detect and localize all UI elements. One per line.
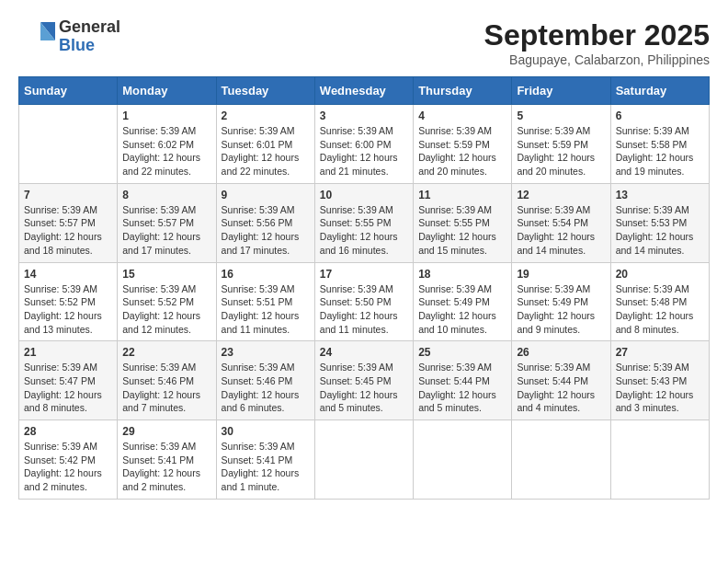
calendar-cell: 16Sunrise: 5:39 AM Sunset: 5:51 PM Dayli… (216, 262, 314, 341)
day-number: 16 (222, 268, 310, 281)
day-number: 19 (517, 268, 605, 281)
calendar-cell: 14Sunrise: 5:39 AM Sunset: 5:52 PM Dayli… (19, 262, 118, 341)
column-header-tuesday: Tuesday (216, 77, 314, 105)
day-number: 20 (616, 268, 704, 281)
day-details: Sunrise: 5:39 AM Sunset: 5:57 PM Dayligh… (24, 203, 112, 258)
day-details: Sunrise: 5:39 AM Sunset: 5:52 PM Dayligh… (122, 282, 210, 337)
day-details: Sunrise: 5:39 AM Sunset: 5:59 PM Dayligh… (418, 124, 506, 178)
day-details: Sunrise: 5:39 AM Sunset: 5:52 PM Dayligh… (24, 282, 112, 337)
calendar-cell (610, 420, 709, 500)
calendar-cell: 29Sunrise: 5:39 AM Sunset: 5:41 PM Dayli… (118, 420, 216, 500)
calendar-cell: 18Sunrise: 5:39 AM Sunset: 5:49 PM Dayli… (414, 262, 512, 341)
calendar-cell (512, 420, 610, 500)
day-number: 2 (222, 109, 310, 122)
calendar-cell: 1Sunrise: 5:39 AM Sunset: 6:02 PM Daylig… (118, 105, 216, 184)
calendar-cell: 28Sunrise: 5:39 AM Sunset: 5:42 PM Dayli… (19, 420, 118, 500)
day-details: Sunrise: 5:39 AM Sunset: 5:55 PM Dayligh… (320, 203, 408, 258)
calendar-week-3: 14Sunrise: 5:39 AM Sunset: 5:52 PM Dayli… (19, 262, 710, 341)
day-number: 22 (122, 346, 210, 359)
calendar-cell: 23Sunrise: 5:39 AM Sunset: 5:46 PM Dayli… (216, 341, 314, 420)
calendar-table: SundayMondayTuesdayWednesdayThursdayFrid… (18, 76, 710, 500)
page-subtitle: Bagupaye, Calabarzon, Philippines (484, 52, 710, 67)
calendar-header-row: SundayMondayTuesdayWednesdayThursdayFrid… (19, 77, 710, 105)
day-number: 30 (222, 425, 310, 438)
column-header-thursday: Thursday (414, 77, 512, 105)
day-details: Sunrise: 5:39 AM Sunset: 5:59 PM Dayligh… (517, 124, 605, 178)
day-details: Sunrise: 5:39 AM Sunset: 5:50 PM Dayligh… (320, 282, 408, 337)
day-details: Sunrise: 5:39 AM Sunset: 5:41 PM Dayligh… (222, 440, 310, 494)
day-details: Sunrise: 5:39 AM Sunset: 5:55 PM Dayligh… (418, 203, 506, 258)
logo-general: General (59, 18, 120, 37)
day-number: 7 (24, 189, 112, 201)
day-number: 26 (517, 346, 605, 359)
day-number: 18 (418, 268, 506, 281)
day-number: 27 (616, 346, 704, 359)
calendar-cell: 30Sunrise: 5:39 AM Sunset: 5:41 PM Dayli… (216, 420, 314, 500)
calendar-cell: 25Sunrise: 5:39 AM Sunset: 5:44 PM Dayli… (414, 341, 512, 420)
calendar-cell: 27Sunrise: 5:39 AM Sunset: 5:43 PM Dayli… (610, 341, 709, 420)
day-number: 11 (418, 189, 506, 201)
calendar-cell: 26Sunrise: 5:39 AM Sunset: 5:44 PM Dayli… (512, 341, 610, 420)
day-number: 10 (320, 189, 408, 201)
day-details: Sunrise: 5:39 AM Sunset: 5:48 PM Dayligh… (616, 282, 704, 337)
calendar-week-2: 7Sunrise: 5:39 AM Sunset: 5:57 PM Daylig… (19, 183, 710, 262)
day-number: 4 (418, 109, 506, 122)
day-details: Sunrise: 5:39 AM Sunset: 5:42 PM Dayligh… (24, 440, 112, 494)
day-details: Sunrise: 5:39 AM Sunset: 5:49 PM Dayligh… (517, 282, 605, 337)
calendar-cell: 6Sunrise: 5:39 AM Sunset: 5:58 PM Daylig… (610, 105, 709, 184)
calendar-cell (314, 420, 413, 500)
calendar-cell: 7Sunrise: 5:39 AM Sunset: 5:57 PM Daylig… (19, 183, 118, 262)
day-number: 28 (24, 425, 112, 438)
day-details: Sunrise: 5:39 AM Sunset: 5:58 PM Dayligh… (616, 124, 704, 178)
day-number: 14 (24, 268, 112, 281)
column-header-wednesday: Wednesday (314, 77, 413, 105)
day-number: 6 (616, 109, 704, 122)
day-number: 5 (517, 109, 605, 122)
day-details: Sunrise: 5:39 AM Sunset: 5:44 PM Dayligh… (418, 361, 506, 415)
day-number: 25 (418, 346, 506, 359)
day-number: 3 (320, 109, 408, 122)
column-header-monday: Monday (118, 77, 216, 105)
calendar-week-1: 1Sunrise: 5:39 AM Sunset: 6:02 PM Daylig… (19, 105, 710, 184)
day-number: 21 (24, 346, 112, 359)
day-number: 1 (122, 109, 210, 122)
logo-text: General Blue (59, 18, 120, 55)
day-details: Sunrise: 5:39 AM Sunset: 6:02 PM Dayligh… (122, 124, 210, 178)
day-number: 8 (122, 189, 210, 201)
day-number: 29 (122, 425, 210, 438)
calendar-cell: 10Sunrise: 5:39 AM Sunset: 5:55 PM Dayli… (314, 183, 413, 262)
day-number: 17 (320, 268, 408, 281)
calendar-cell: 4Sunrise: 5:39 AM Sunset: 5:59 PM Daylig… (414, 105, 512, 184)
page-title: September 2025 (484, 18, 710, 52)
day-details: Sunrise: 5:39 AM Sunset: 5:41 PM Dayligh… (122, 440, 210, 494)
calendar-cell: 11Sunrise: 5:39 AM Sunset: 5:55 PM Dayli… (414, 183, 512, 262)
day-details: Sunrise: 5:39 AM Sunset: 5:44 PM Dayligh… (517, 361, 605, 415)
day-number: 15 (122, 268, 210, 281)
column-header-sunday: Sunday (19, 77, 118, 105)
day-details: Sunrise: 5:39 AM Sunset: 5:46 PM Dayligh… (122, 361, 210, 415)
day-details: Sunrise: 5:39 AM Sunset: 5:53 PM Dayligh… (616, 203, 704, 258)
day-number: 13 (616, 189, 704, 201)
calendar-cell: 5Sunrise: 5:39 AM Sunset: 5:59 PM Daylig… (512, 105, 610, 184)
day-details: Sunrise: 5:39 AM Sunset: 5:47 PM Dayligh… (24, 361, 112, 415)
day-details: Sunrise: 5:39 AM Sunset: 5:49 PM Dayligh… (418, 282, 506, 337)
calendar-cell: 21Sunrise: 5:39 AM Sunset: 5:47 PM Dayli… (19, 341, 118, 420)
logo: General Blue (18, 18, 120, 55)
day-number: 12 (517, 189, 605, 201)
calendar-cell: 19Sunrise: 5:39 AM Sunset: 5:49 PM Dayli… (512, 262, 610, 341)
calendar-cell: 8Sunrise: 5:39 AM Sunset: 5:57 PM Daylig… (118, 183, 216, 262)
calendar-cell: 2Sunrise: 5:39 AM Sunset: 6:01 PM Daylig… (216, 105, 314, 184)
calendar-cell: 9Sunrise: 5:39 AM Sunset: 5:56 PM Daylig… (216, 183, 314, 262)
day-number: 24 (320, 346, 408, 359)
day-details: Sunrise: 5:39 AM Sunset: 5:46 PM Dayligh… (222, 361, 310, 415)
calendar-cell: 24Sunrise: 5:39 AM Sunset: 5:45 PM Dayli… (314, 341, 413, 420)
day-details: Sunrise: 5:39 AM Sunset: 6:01 PM Dayligh… (222, 124, 310, 178)
logo-icon (18, 18, 55, 55)
column-header-saturday: Saturday (610, 77, 709, 105)
calendar-cell (414, 420, 512, 500)
calendar-cell: 15Sunrise: 5:39 AM Sunset: 5:52 PM Dayli… (118, 262, 216, 341)
day-details: Sunrise: 5:39 AM Sunset: 5:51 PM Dayligh… (222, 282, 310, 337)
day-details: Sunrise: 5:39 AM Sunset: 5:54 PM Dayligh… (517, 203, 605, 258)
day-details: Sunrise: 5:39 AM Sunset: 5:45 PM Dayligh… (320, 361, 408, 415)
logo-blue: Blue (59, 37, 120, 55)
